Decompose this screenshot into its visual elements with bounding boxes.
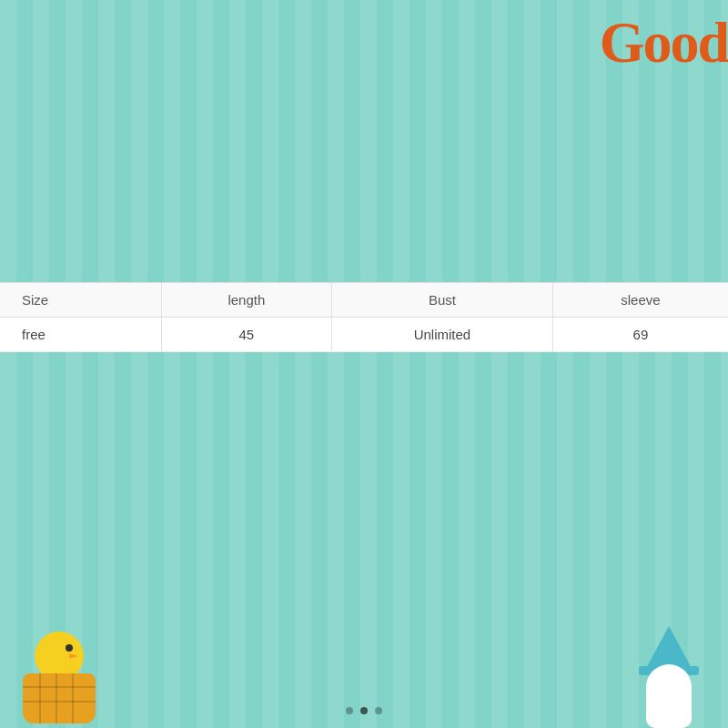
size-table: Size length Bust sleeve free 45 Unlimite…: [0, 282, 728, 352]
pagination-dot-3[interactable]: [375, 707, 382, 714]
basket-line: [23, 686, 96, 688]
basket-lines: [23, 673, 96, 723]
cell-size: free: [0, 318, 161, 352]
cell-sleeve: 69: [552, 318, 728, 352]
chick-beak: [69, 653, 78, 659]
col-header-size: Size: [0, 283, 161, 318]
pagination-dot-1[interactable]: [346, 707, 353, 714]
pagination-dot-2[interactable]: [360, 707, 368, 714]
table-row: free 45 Unlimited 69: [0, 318, 728, 352]
good-text-header: Good: [600, 9, 728, 76]
col-header-sleeve: sleeve: [552, 283, 728, 318]
basket-line: [39, 673, 41, 723]
col-header-length: length: [161, 283, 332, 318]
table-header-row: Size length Bust sleeve: [0, 283, 728, 318]
basket-line: [56, 673, 57, 723]
pagination-dots: [346, 707, 382, 714]
size-table-wrapper: Size length Bust sleeve free 45 Unlimite…: [0, 282, 728, 352]
col-header-bust: Bust: [332, 283, 553, 318]
basket-line: [23, 701, 96, 703]
chick-eye: [66, 644, 73, 652]
cell-length: 45: [161, 318, 332, 352]
char-body: [646, 664, 692, 728]
character-illustration: [637, 637, 701, 728]
basket-line: [72, 673, 74, 723]
basket: [23, 673, 96, 723]
cell-bust: Unlimited: [332, 318, 553, 352]
chick-basket-illustration: [18, 628, 109, 728]
